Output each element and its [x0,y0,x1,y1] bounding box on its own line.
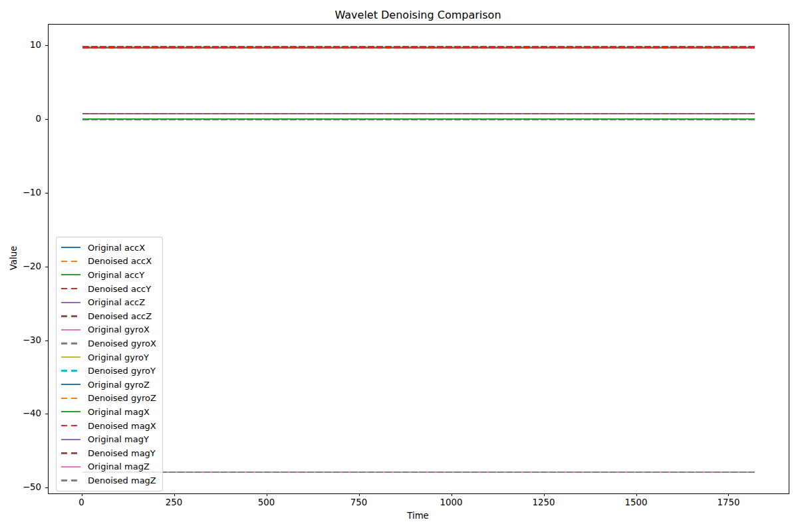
legend-row: Denoised gyroZ [61,392,156,406]
legend-line-swatch [61,274,80,275]
legend-line-swatch [61,398,80,400]
legend-label: Original magY [88,434,149,444]
x-tick-label: 250 [166,497,182,507]
legend-row: Denoised magZ [61,473,156,487]
legend-line-swatch [61,411,80,412]
legend-label: Denoised magX [88,421,156,431]
y-tick-label: 0 [0,114,41,124]
legend-row: Denoised accZ [61,309,156,323]
y-tick-mark [45,119,48,120]
legend-row: Denoised gyroY [61,364,156,378]
x-tick-mark [728,493,729,496]
y-axis-label: Value [9,246,19,271]
legend-line-swatch [61,466,80,467]
legend-label: Denoised accY [88,284,151,294]
legend-line-swatch [61,288,80,290]
legend-line-swatch [61,356,80,358]
x-tick-mark [174,493,175,496]
legend-row: Denoised accY [61,282,156,296]
x-tick-mark [544,493,545,496]
legend-row: Original magY [61,432,156,446]
legend-row: Original gyroX [61,323,156,337]
x-tick-label: 1000 [440,497,463,507]
legend-line-swatch [61,370,80,372]
legend-row: Original gyroY [61,350,156,364]
x-tick-label: 1500 [625,497,648,507]
legend-label: Original gyroX [88,325,150,334]
legend-line-swatch [61,329,80,331]
y-tick-label: −20 [0,261,41,272]
x-tick-mark [452,493,452,496]
y-tick-label: −30 [0,335,41,346]
legend-row: Original gyroZ [61,378,156,392]
y-tick-label: −10 [0,188,41,198]
y-tick-mark [45,340,48,341]
x-tick-label: 500 [258,497,275,507]
y-tick-mark [45,487,48,488]
legend-line-swatch [61,384,80,385]
legend-label: Denoised accZ [88,311,152,321]
legend-label: Original magX [88,407,150,417]
legend-row: Original accX [61,241,156,255]
x-tick-mark [636,493,637,496]
x-tick-label: 750 [350,497,367,507]
x-axis-label: Time [48,511,788,521]
legend-row: Denoised gyroX [61,336,156,350]
legend-label: Original accY [88,270,144,280]
legend-line-swatch [61,479,80,481]
plot-area: Original accXDenoised accXOriginal accYD… [48,24,789,494]
legend-label: Original gyroZ [88,380,150,390]
legend-label: Original gyroY [88,352,149,362]
chart-title: Wavelet Denoising Comparison [48,9,788,21]
y-tick-mark [45,45,48,46]
legend-label: Original accZ [88,297,145,307]
x-tick-mark [267,493,267,496]
x-tick-label: 0 [78,497,84,507]
legend-label: Denoised accX [88,256,152,266]
legend-line-swatch [61,247,80,248]
y-tick-label: −50 [0,482,41,493]
x-tick-label: 1750 [718,497,740,507]
legend-label: Original magZ [88,462,150,471]
legend-label: Denoised gyroY [88,366,156,376]
legend-label: Denoised gyroX [88,338,156,348]
legend-row: Denoised magY [61,446,156,460]
legend-line-swatch [61,439,80,440]
legend-row: Original accY [61,268,156,282]
y-tick-label: 10 [0,40,41,51]
legend-row: Original magZ [61,460,156,474]
legend-label: Original accX [88,243,145,253]
legend-row: Denoised accX [61,255,156,269]
y-tick-mark [45,267,48,267]
legend-line-swatch [61,342,80,344]
x-tick-mark [82,493,82,496]
legend-row: Denoised magX [61,419,156,433]
legend: Original accXDenoised accXOriginal accYD… [56,237,163,491]
series-line-denoised-magx [82,47,755,49]
y-tick-label: −40 [0,408,41,419]
series-line-denoised-magy [82,113,755,115]
legend-label: Denoised magY [88,448,156,458]
legend-label: Denoised magZ [88,475,156,485]
legend-line-swatch [61,261,80,263]
legend-line-swatch [61,315,80,317]
legend-line-swatch [61,425,80,427]
series-line-original-accy [82,118,755,120]
series-line-denoised-magz [82,471,755,473]
x-tick-mark [359,493,360,496]
legend-label: Denoised gyroZ [88,393,156,403]
legend-line-swatch [61,452,80,454]
x-tick-label: 1250 [533,497,555,507]
legend-line-swatch [61,302,80,303]
legend-row: Original accZ [61,295,156,309]
legend-row: Original magX [61,405,156,419]
figure: Wavelet Denoising Comparison Original ac… [0,0,798,532]
y-tick-mark [45,414,48,414]
y-tick-mark [45,193,48,194]
